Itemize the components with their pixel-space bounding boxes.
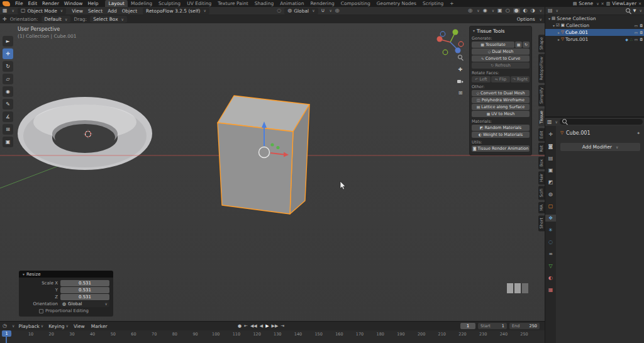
shading-wireframe-icon[interactable]: ○ [506, 8, 510, 13]
chevron-down-icon[interactable]: ∨ [12, 9, 14, 13]
blender-logo-icon[interactable] [3, 1, 10, 6]
camera-view-icon[interactable] [457, 79, 464, 84]
workspace-tab[interactable]: Modeling [128, 0, 155, 7]
zoom-icon[interactable] [458, 55, 464, 60]
properties-tab[interactable]: ▦ [545, 286, 556, 293]
close-icon[interactable]: ✕ [601, 1, 604, 6]
properties-tab[interactable]: ◌ [545, 239, 556, 245]
shading-rendered-icon[interactable]: ◑ [531, 8, 535, 13]
workspace-tab[interactable]: Compositing [338, 0, 374, 7]
chevron-down-icon[interactable]: ∨ [596, 2, 599, 6]
playhead[interactable]: 1 [2, 330, 11, 337]
orientation-dropdown[interactable]: ◍ Global ∨ [284, 8, 318, 14]
properties-tab[interactable]: ◩ [545, 179, 556, 186]
proportional-editing-icon[interactable]: ◎ [335, 8, 340, 13]
options-dropdown[interactable]: Options [517, 16, 535, 22]
chevron-down-icon[interactable]: ∨ [492, 9, 494, 13]
workspace-tab[interactable]: Scripting [419, 0, 447, 7]
chevron-down-icon[interactable]: ∨ [540, 18, 542, 21]
pan-hand-icon[interactable]: ✚ [458, 67, 463, 72]
camera-icon[interactable]: ◘ [640, 30, 643, 35]
menu-item[interactable]: Help [85, 1, 101, 6]
workspace-tab[interactable]: Sculpting [155, 0, 184, 7]
tool-button[interactable]: ⊞ [3, 124, 13, 135]
properties-tab[interactable]: ✳ [545, 227, 556, 233]
xray-toggle-icon[interactable]: ▣ [497, 8, 502, 13]
menu-item[interactable]: Select [86, 8, 105, 14]
tool-button[interactable]: ∡ [3, 111, 13, 122]
editor-type-icon[interactable]: ▥ [547, 120, 552, 125]
convert-to-curve-button[interactable]: ∿ Convert to Curve [472, 55, 530, 62]
sidebar-tab[interactable]: Short [538, 215, 545, 231]
properties-tab[interactable]: ✛ [545, 131, 556, 138]
workspace-tab[interactable]: UV Editing [184, 0, 214, 7]
filter-icon[interactable]: ▼ [633, 9, 636, 13]
workspace-tab[interactable]: Texture Paint [214, 0, 251, 7]
tool-button[interactable]: ↻ [3, 61, 13, 72]
sidebar-tab[interactable]: MA [538, 202, 545, 213]
pivot-point-icon[interactable]: ◌ [277, 8, 281, 13]
tessellate-button[interactable]: ▦ Tessellate [472, 42, 514, 48]
other-tool-button[interactable]: ◫ Polyhedra Wireframe [472, 97, 530, 103]
close-icon[interactable]: ✕ [638, 1, 641, 6]
properties-tab[interactable]: ▣ [545, 167, 556, 174]
chevron-down-icon[interactable]: ∨ [12, 324, 14, 328]
properties-tab[interactable]: ❖ [545, 215, 556, 222]
show-overlays-icon[interactable]: ◉ [483, 8, 487, 13]
menu-item[interactable]: View [74, 323, 86, 329]
outliner-row-collection[interactable]: ▾ ☑ ▣ Collection ▭ ◘ [545, 22, 644, 29]
properties-tab[interactable]: ◐ [545, 274, 556, 281]
checkbox-icon[interactable]: ☑ [556, 23, 560, 28]
menu-item[interactable]: Object [119, 8, 140, 14]
tool-button[interactable]: ▣ [3, 137, 13, 147]
outliner-row-cube[interactable]: ▸ ▽ Cube.001 ▭ ◘ [545, 29, 644, 36]
sidebar-tab[interactable]: Hair [538, 171, 545, 184]
properties-search-input[interactable] [560, 119, 643, 125]
menu-item[interactable]: Render [40, 1, 62, 6]
pin-icon[interactable]: ✦ [636, 131, 640, 136]
jump-end-button[interactable]: ⇥ [280, 323, 284, 329]
collapse-icon[interactable]: ▾ [553, 24, 555, 28]
rotate-face-button[interactable]: ↶ Left [472, 76, 491, 82]
workspace-tab[interactable]: Geometry Nodes [374, 0, 419, 7]
material-tool-button[interactable]: ◐ Weight to Materials [472, 132, 530, 138]
ortho-toggle-icon[interactable]: ⊞ [458, 91, 463, 96]
prev-keyframe-button[interactable]: ◀◀ [250, 323, 257, 329]
sidebar-tab[interactable]: Rot [538, 143, 545, 155]
sidebar-tab[interactable]: Shape [538, 35, 545, 52]
dual-mesh-button[interactable]: ◇ Dual Mesh [472, 48, 530, 55]
tissue-render-animation-button[interactable]: ◙ Tissue Render Animation [472, 145, 530, 152]
collapse-icon[interactable]: ▾ [473, 29, 475, 33]
rotate-face-button[interactable]: ↷ Right [511, 76, 530, 82]
snap-magnet-icon[interactable]: ∪ [321, 8, 325, 13]
workspace-tab[interactable]: Layout [105, 0, 128, 7]
properties-tab[interactable]: ▢ [545, 203, 556, 210]
tessellate-refresh-button[interactable]: ↻ [523, 42, 530, 48]
viewport-3d[interactable]: User Perspective (1) Collection | Cube.0… [0, 23, 545, 321]
properties-tab[interactable]: ◍ [545, 191, 556, 198]
timeline-ruler[interactable]: 0102030405060708090100110120130140150160… [0, 330, 545, 343]
navigation-gizmo[interactable] [437, 30, 464, 55]
properties-tab[interactable]: ◙ [545, 143, 556, 150]
orientation-select[interactable]: ◍ Global ∨ [60, 301, 109, 307]
tool-button[interactable]: ► [3, 36, 13, 47]
properties-tab[interactable]: ∞ [545, 250, 556, 257]
chevron-down-icon[interactable]: ∨ [556, 9, 558, 13]
scale-field-value[interactable]: 0.531 [60, 287, 109, 293]
workspace-tab[interactable]: Shading [252, 0, 277, 7]
expand-icon[interactable]: ▸ [558, 31, 560, 35]
chevron-down-icon[interactable]: ∨ [329, 9, 331, 13]
cube-object[interactable] [218, 96, 309, 214]
other-tool-button[interactable]: ▤ Lattice along Surface [472, 104, 530, 110]
orientation-default-dropdown[interactable]: Default ∨ [42, 16, 71, 23]
sidebar-tab[interactable]: Simplify [538, 85, 545, 106]
editor-type-icon[interactable]: ▤ [548, 8, 553, 13]
refresh-button[interactable]: ↻ Refresh [472, 62, 530, 69]
shading-material-icon[interactable]: ◐ [523, 8, 528, 13]
sidebar-tab[interactable]: Edit [538, 128, 545, 142]
search-icon[interactable] [626, 8, 631, 14]
editor-type-icon[interactable]: ▦ [3, 8, 8, 13]
menu-item[interactable]: Playback ∨ [18, 323, 43, 329]
collapse-icon[interactable]: ▾ [23, 273, 25, 276]
current-frame-field[interactable]: 1 [460, 323, 475, 329]
